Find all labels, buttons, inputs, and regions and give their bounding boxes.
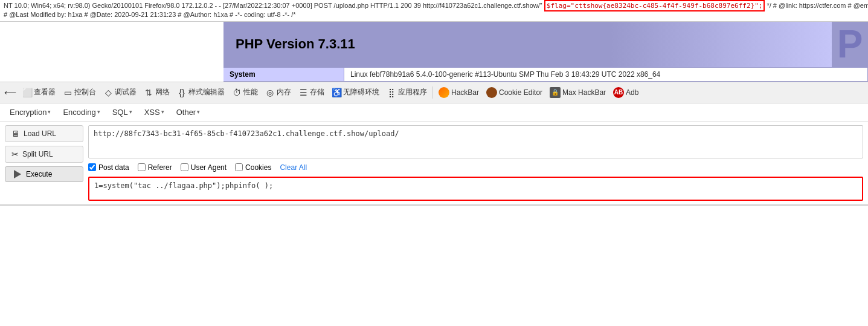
split-url-label: Split URL	[22, 150, 53, 158]
toolbar-debugger[interactable]: ◇ 调试器	[100, 85, 140, 99]
network-icon: ⇅	[144, 88, 153, 97]
split-url-button[interactable]: ✂ Split URL	[5, 146, 83, 163]
hackbar-content: 🖥 Load URL ✂ Split URL Execute Post data	[0, 122, 868, 204]
toolbar-viewer[interactable]: ⬜ 查看器	[19, 85, 59, 99]
toolbar-memory[interactable]: ◎ 内存	[262, 85, 294, 99]
toolbar-applications[interactable]: ⣿ 应用程序	[384, 85, 430, 99]
toolbar-network[interactable]: ⇅ 网络	[141, 85, 173, 99]
toolbar-storage[interactable]: ☰ 存储	[295, 85, 327, 99]
toolbar-adblock[interactable]: AB Adb	[610, 85, 641, 100]
menu-other[interactable]: Other ▾	[172, 106, 205, 119]
menu-xss[interactable]: XSS ▾	[140, 106, 169, 119]
storage-label: 存储	[310, 87, 324, 97]
style-icon: {}	[177, 88, 187, 97]
style-label: 样式编辑器	[188, 87, 225, 97]
viewer-label: 查看器	[34, 87, 56, 97]
user-agent-checkbox-label[interactable]: User Agent	[181, 163, 227, 172]
menu-encoding-label: Encoding	[63, 108, 95, 117]
system-label: System	[223, 68, 344, 81]
execute-button[interactable]: Execute	[5, 166, 83, 182]
encoding-arrow: ▾	[97, 109, 100, 115]
applications-icon: ⣿	[387, 88, 396, 97]
adblock-icon: AB	[613, 87, 624, 98]
user-agent-label: User Agent	[191, 163, 227, 172]
cookies-checkbox[interactable]	[235, 163, 243, 171]
storage-icon: ☰	[298, 88, 308, 97]
menu-other-label: Other	[176, 108, 196, 117]
applications-label: 应用程序	[398, 87, 427, 97]
menu-encoding[interactable]: Encoding ▾	[58, 106, 104, 119]
load-url-label: Load URL	[24, 129, 56, 138]
php-version: PHP Version 7.3.11	[236, 36, 355, 52]
hackbar-icon	[439, 87, 449, 98]
toolbar-accessibility[interactable]: ♿ 无障碍环境	[329, 85, 382, 99]
maxhackbar-icon: 🔒	[550, 87, 561, 98]
load-url-button[interactable]: 🖥 Load URL	[5, 125, 83, 142]
menu-sql[interactable]: SQL ▾	[108, 106, 137, 119]
toolbar-back[interactable]: ⟵	[2, 86, 18, 99]
separator1	[432, 86, 433, 99]
perf-icon: ⏱	[232, 88, 242, 97]
toolbar-style-editor[interactable]: {} 样式编辑器	[174, 85, 228, 99]
hackbar-menu: Encryption ▾ Encoding ▾ SQL ▾ XSS ▾ Othe…	[0, 103, 868, 122]
url-input[interactable]	[88, 125, 863, 158]
toolbar-performance[interactable]: ⏱ 性能	[229, 85, 261, 99]
log-bar: NT 10.0; Win64; x64; rv:98.0) Gecko/2010…	[0, 0, 868, 22]
memory-icon: ◎	[265, 88, 275, 97]
post-data-checkbox[interactable]	[88, 163, 96, 171]
accessibility-label: 无障碍环境	[343, 87, 379, 97]
toolbar-hackbar[interactable]: HackBar	[436, 85, 482, 100]
post-data-label: Post data	[98, 163, 129, 172]
load-url-icon: 🖥	[11, 129, 20, 139]
toolbar-max-hackbar[interactable]: 🔒 Max HackBar	[547, 85, 609, 100]
hackbar-right-panel: Post data Referer User Agent Cookies Cle…	[88, 125, 863, 201]
clear-all-button[interactable]: Clear All	[280, 163, 307, 172]
hackbar-button-group: 🖥 Load URL ✂ Split URL Execute	[5, 125, 83, 182]
encryption-arrow: ▾	[48, 109, 51, 115]
sql-arrow: ▾	[129, 109, 132, 115]
network-label: 网络	[155, 87, 170, 97]
toolbar-cookie-editor[interactable]: Cookie Editor	[483, 85, 545, 100]
execute-label: Execute	[26, 170, 52, 178]
log-line1c: */ # @link: https://ctfer.com # @email: …	[765, 2, 868, 9]
referer-checkbox[interactable]	[138, 163, 146, 171]
devtools-toolbar: ⟵ ⬜ 查看器 ▭ 控制台 ◇ 调试器 ⇅ 网络 {} 样式编辑器 ⏱ 性能 ◎…	[0, 82, 868, 103]
post-data-input[interactable]	[88, 177, 863, 201]
user-agent-checkbox[interactable]	[181, 163, 188, 171]
log-line1b: f410723a62c1.challenge.ctf.show/"	[439, 2, 544, 9]
execute-icon	[14, 170, 22, 178]
viewer-icon: ⬜	[22, 88, 32, 97]
adblock-label: Adb	[626, 88, 638, 97]
xss-arrow: ▾	[161, 109, 164, 115]
perf-label: 性能	[243, 87, 258, 97]
menu-xss-label: XSS	[144, 108, 160, 117]
log-line1: NT 10.0; Win64; x64; rv:98.0) Gecko/2010…	[4, 2, 439, 9]
checkbox-row: Post data Referer User Agent Cookies Cle…	[88, 162, 863, 173]
cookie-icon	[486, 87, 497, 98]
hackbar-panel: Encryption ▾ Encoding ▾ SQL ▾ XSS ▾ Othe…	[0, 103, 868, 206]
cookies-checkbox-label[interactable]: Cookies	[235, 163, 271, 172]
flag-text: $flag="cttshow{ae8324bc-c485-4f4f-949f-b…	[544, 0, 765, 11]
debugger-label: 调试器	[115, 87, 137, 97]
log-line2: # @Last Modified by: h1xa # @Date: 2020-…	[4, 11, 296, 18]
back-icon: ⟵	[5, 88, 15, 97]
menu-sql-label: SQL	[112, 108, 128, 117]
post-data-checkbox-label[interactable]: Post data	[88, 163, 129, 172]
debugger-icon: ◇	[103, 88, 113, 97]
accessibility-icon: ♿	[332, 88, 341, 97]
menu-encryption-label: Encryption	[10, 108, 47, 117]
system-row: System Linux febf78hb91a6 5.4.0-100-gene…	[223, 67, 868, 82]
cookies-label: Cookies	[245, 163, 271, 172]
menu-encryption[interactable]: Encryption ▾	[5, 106, 56, 119]
toolbar-console[interactable]: ▭ 控制台	[60, 85, 99, 99]
memory-label: 内存	[277, 87, 291, 97]
referer-checkbox-label[interactable]: Referer	[138, 163, 172, 172]
maxhackbar-label: Max HackBar	[562, 88, 606, 97]
system-value: Linux febf78hb91a6 5.4.0-100-generic #11…	[344, 68, 868, 81]
other-arrow: ▾	[197, 109, 200, 115]
referer-label: Referer	[148, 163, 172, 172]
php-p-logo: P	[837, 22, 863, 67]
console-icon: ▭	[63, 88, 72, 97]
cookie-label: Cookie Editor	[499, 88, 542, 97]
hackbar-label: HackBar	[451, 88, 479, 97]
